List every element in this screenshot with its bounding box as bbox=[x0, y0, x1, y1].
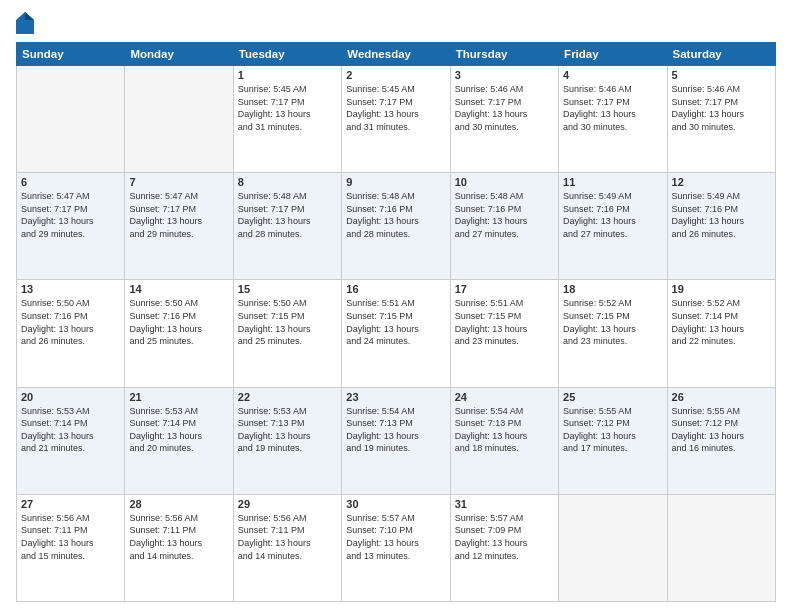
day-info: Sunrise: 5:51 AM Sunset: 7:15 PM Dayligh… bbox=[346, 297, 445, 347]
calendar-cell: 10Sunrise: 5:48 AM Sunset: 7:16 PM Dayli… bbox=[450, 173, 558, 280]
calendar-cell: 5Sunrise: 5:46 AM Sunset: 7:17 PM Daylig… bbox=[667, 66, 775, 173]
day-info: Sunrise: 5:53 AM Sunset: 7:13 PM Dayligh… bbox=[238, 405, 337, 455]
day-info: Sunrise: 5:54 AM Sunset: 7:13 PM Dayligh… bbox=[455, 405, 554, 455]
weekday-header: Thursday bbox=[450, 43, 558, 66]
day-info: Sunrise: 5:46 AM Sunset: 7:17 PM Dayligh… bbox=[563, 83, 662, 133]
calendar-week-row: 1Sunrise: 5:45 AM Sunset: 7:17 PM Daylig… bbox=[17, 66, 776, 173]
day-number: 2 bbox=[346, 69, 445, 81]
day-number: 9 bbox=[346, 176, 445, 188]
weekday-header: Monday bbox=[125, 43, 233, 66]
calendar-cell: 7Sunrise: 5:47 AM Sunset: 7:17 PM Daylig… bbox=[125, 173, 233, 280]
day-number: 25 bbox=[563, 391, 662, 403]
calendar-cell: 12Sunrise: 5:49 AM Sunset: 7:16 PM Dayli… bbox=[667, 173, 775, 280]
day-info: Sunrise: 5:55 AM Sunset: 7:12 PM Dayligh… bbox=[563, 405, 662, 455]
day-info: Sunrise: 5:52 AM Sunset: 7:15 PM Dayligh… bbox=[563, 297, 662, 347]
day-info: Sunrise: 5:56 AM Sunset: 7:11 PM Dayligh… bbox=[238, 512, 337, 562]
calendar-cell: 6Sunrise: 5:47 AM Sunset: 7:17 PM Daylig… bbox=[17, 173, 125, 280]
weekday-header: Sunday bbox=[17, 43, 125, 66]
day-number: 4 bbox=[563, 69, 662, 81]
day-number: 11 bbox=[563, 176, 662, 188]
day-number: 14 bbox=[129, 283, 228, 295]
day-number: 30 bbox=[346, 498, 445, 510]
calendar-cell: 18Sunrise: 5:52 AM Sunset: 7:15 PM Dayli… bbox=[559, 280, 667, 387]
calendar-cell: 27Sunrise: 5:56 AM Sunset: 7:11 PM Dayli… bbox=[17, 494, 125, 601]
calendar-header-row: SundayMondayTuesdayWednesdayThursdayFrid… bbox=[17, 43, 776, 66]
calendar-cell: 15Sunrise: 5:50 AM Sunset: 7:15 PM Dayli… bbox=[233, 280, 341, 387]
calendar-table: SundayMondayTuesdayWednesdayThursdayFrid… bbox=[16, 42, 776, 602]
calendar-cell: 28Sunrise: 5:56 AM Sunset: 7:11 PM Dayli… bbox=[125, 494, 233, 601]
day-info: Sunrise: 5:49 AM Sunset: 7:16 PM Dayligh… bbox=[672, 190, 771, 240]
calendar-cell: 17Sunrise: 5:51 AM Sunset: 7:15 PM Dayli… bbox=[450, 280, 558, 387]
day-info: Sunrise: 5:57 AM Sunset: 7:09 PM Dayligh… bbox=[455, 512, 554, 562]
day-number: 17 bbox=[455, 283, 554, 295]
calendar-cell bbox=[125, 66, 233, 173]
calendar-cell: 3Sunrise: 5:46 AM Sunset: 7:17 PM Daylig… bbox=[450, 66, 558, 173]
calendar-cell: 29Sunrise: 5:56 AM Sunset: 7:11 PM Dayli… bbox=[233, 494, 341, 601]
calendar-week-row: 6Sunrise: 5:47 AM Sunset: 7:17 PM Daylig… bbox=[17, 173, 776, 280]
day-info: Sunrise: 5:51 AM Sunset: 7:15 PM Dayligh… bbox=[455, 297, 554, 347]
calendar-cell: 20Sunrise: 5:53 AM Sunset: 7:14 PM Dayli… bbox=[17, 387, 125, 494]
day-number: 27 bbox=[21, 498, 120, 510]
calendar-cell bbox=[17, 66, 125, 173]
day-info: Sunrise: 5:47 AM Sunset: 7:17 PM Dayligh… bbox=[21, 190, 120, 240]
day-number: 22 bbox=[238, 391, 337, 403]
day-number: 23 bbox=[346, 391, 445, 403]
calendar-cell: 26Sunrise: 5:55 AM Sunset: 7:12 PM Dayli… bbox=[667, 387, 775, 494]
day-number: 5 bbox=[672, 69, 771, 81]
day-number: 18 bbox=[563, 283, 662, 295]
weekday-header: Wednesday bbox=[342, 43, 450, 66]
day-info: Sunrise: 5:47 AM Sunset: 7:17 PM Dayligh… bbox=[129, 190, 228, 240]
day-number: 1 bbox=[238, 69, 337, 81]
page: SundayMondayTuesdayWednesdayThursdayFrid… bbox=[0, 0, 792, 612]
day-number: 3 bbox=[455, 69, 554, 81]
weekday-header: Tuesday bbox=[233, 43, 341, 66]
day-number: 6 bbox=[21, 176, 120, 188]
day-number: 13 bbox=[21, 283, 120, 295]
weekday-header: Saturday bbox=[667, 43, 775, 66]
calendar-week-row: 13Sunrise: 5:50 AM Sunset: 7:16 PM Dayli… bbox=[17, 280, 776, 387]
day-number: 15 bbox=[238, 283, 337, 295]
header bbox=[16, 12, 776, 34]
calendar-cell: 13Sunrise: 5:50 AM Sunset: 7:16 PM Dayli… bbox=[17, 280, 125, 387]
day-info: Sunrise: 5:48 AM Sunset: 7:16 PM Dayligh… bbox=[455, 190, 554, 240]
calendar-cell: 22Sunrise: 5:53 AM Sunset: 7:13 PM Dayli… bbox=[233, 387, 341, 494]
calendar-cell: 1Sunrise: 5:45 AM Sunset: 7:17 PM Daylig… bbox=[233, 66, 341, 173]
day-info: Sunrise: 5:52 AM Sunset: 7:14 PM Dayligh… bbox=[672, 297, 771, 347]
calendar-week-row: 20Sunrise: 5:53 AM Sunset: 7:14 PM Dayli… bbox=[17, 387, 776, 494]
day-number: 10 bbox=[455, 176, 554, 188]
calendar-cell bbox=[667, 494, 775, 601]
day-number: 21 bbox=[129, 391, 228, 403]
calendar-cell: 9Sunrise: 5:48 AM Sunset: 7:16 PM Daylig… bbox=[342, 173, 450, 280]
calendar-cell: 19Sunrise: 5:52 AM Sunset: 7:14 PM Dayli… bbox=[667, 280, 775, 387]
day-number: 12 bbox=[672, 176, 771, 188]
day-info: Sunrise: 5:55 AM Sunset: 7:12 PM Dayligh… bbox=[672, 405, 771, 455]
day-number: 28 bbox=[129, 498, 228, 510]
day-number: 31 bbox=[455, 498, 554, 510]
day-number: 16 bbox=[346, 283, 445, 295]
day-info: Sunrise: 5:53 AM Sunset: 7:14 PM Dayligh… bbox=[129, 405, 228, 455]
logo-icon bbox=[16, 12, 34, 34]
calendar-cell: 23Sunrise: 5:54 AM Sunset: 7:13 PM Dayli… bbox=[342, 387, 450, 494]
calendar-cell: 2Sunrise: 5:45 AM Sunset: 7:17 PM Daylig… bbox=[342, 66, 450, 173]
day-info: Sunrise: 5:48 AM Sunset: 7:16 PM Dayligh… bbox=[346, 190, 445, 240]
day-info: Sunrise: 5:45 AM Sunset: 7:17 PM Dayligh… bbox=[346, 83, 445, 133]
calendar-cell: 21Sunrise: 5:53 AM Sunset: 7:14 PM Dayli… bbox=[125, 387, 233, 494]
calendar-cell: 14Sunrise: 5:50 AM Sunset: 7:16 PM Dayli… bbox=[125, 280, 233, 387]
day-number: 24 bbox=[455, 391, 554, 403]
calendar-cell bbox=[559, 494, 667, 601]
weekday-header: Friday bbox=[559, 43, 667, 66]
calendar-cell: 16Sunrise: 5:51 AM Sunset: 7:15 PM Dayli… bbox=[342, 280, 450, 387]
day-info: Sunrise: 5:46 AM Sunset: 7:17 PM Dayligh… bbox=[672, 83, 771, 133]
day-info: Sunrise: 5:48 AM Sunset: 7:17 PM Dayligh… bbox=[238, 190, 337, 240]
day-info: Sunrise: 5:50 AM Sunset: 7:15 PM Dayligh… bbox=[238, 297, 337, 347]
day-info: Sunrise: 5:49 AM Sunset: 7:16 PM Dayligh… bbox=[563, 190, 662, 240]
day-info: Sunrise: 5:45 AM Sunset: 7:17 PM Dayligh… bbox=[238, 83, 337, 133]
calendar-cell: 25Sunrise: 5:55 AM Sunset: 7:12 PM Dayli… bbox=[559, 387, 667, 494]
calendar-cell: 4Sunrise: 5:46 AM Sunset: 7:17 PM Daylig… bbox=[559, 66, 667, 173]
calendar-cell: 24Sunrise: 5:54 AM Sunset: 7:13 PM Dayli… bbox=[450, 387, 558, 494]
calendar-week-row: 27Sunrise: 5:56 AM Sunset: 7:11 PM Dayli… bbox=[17, 494, 776, 601]
day-info: Sunrise: 5:54 AM Sunset: 7:13 PM Dayligh… bbox=[346, 405, 445, 455]
day-info: Sunrise: 5:46 AM Sunset: 7:17 PM Dayligh… bbox=[455, 83, 554, 133]
day-info: Sunrise: 5:56 AM Sunset: 7:11 PM Dayligh… bbox=[129, 512, 228, 562]
day-info: Sunrise: 5:56 AM Sunset: 7:11 PM Dayligh… bbox=[21, 512, 120, 562]
